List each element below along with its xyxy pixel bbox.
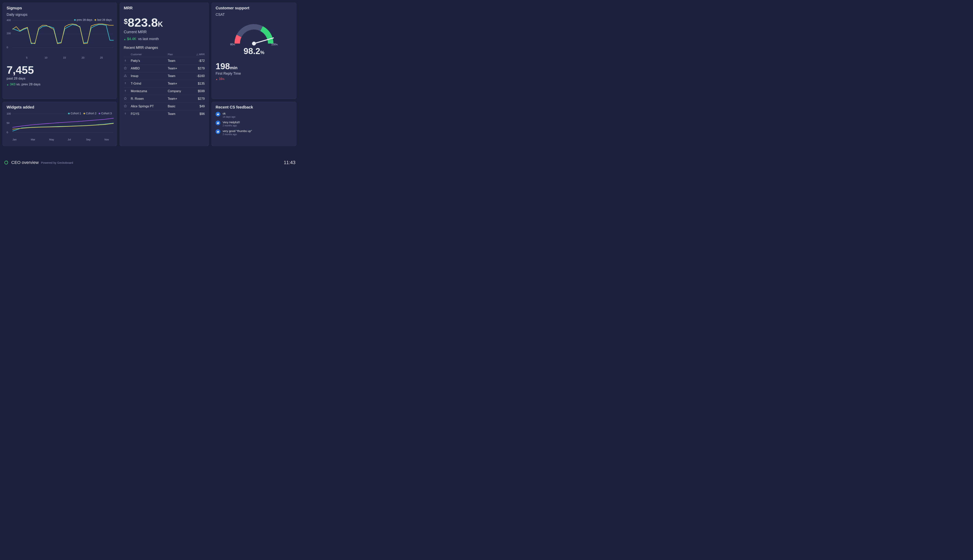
customer-cell: FGYS: [131, 112, 168, 116]
svg-point-1: [252, 42, 256, 45]
geckoboard-logo-icon: [3, 160, 9, 165]
customer-cell: AMBD: [131, 67, 168, 70]
widgets-title: Widgets added: [7, 105, 113, 110]
mrr-cell: $135: [189, 82, 205, 85]
dashboard-title: CEO overview: [11, 160, 39, 165]
csat-value: 98.2%: [216, 46, 292, 56]
mrr-card: MRR $823.8K Current MRR $4.4K vs last mo…: [119, 2, 209, 146]
star-icon: [124, 97, 131, 101]
customer-cell: Alice Springs PT: [131, 105, 168, 108]
signups-delta: 343 vs. prev 28 days: [7, 82, 113, 86]
customer-cell: Montezuma: [131, 90, 168, 93]
mrr-title: MRR: [124, 6, 205, 10]
clock: 11:43: [284, 160, 296, 165]
widgets-lines: [12, 113, 114, 133]
mrr-label: Current MRR: [124, 30, 205, 34]
y-tick-200: 200: [7, 32, 11, 35]
customer-cell: Insup: [131, 74, 168, 78]
mrr-changes-title: Recent MRR changes: [124, 46, 205, 50]
frt-label: First Reply Time: [216, 72, 292, 76]
cs-title: Customer support: [216, 6, 292, 10]
table-row: AMBDTeam+$279: [124, 65, 205, 72]
feedback-time: 2 months ago: [222, 124, 240, 127]
signups-chart: prev 28 days last 28 days 400 200 0 5 10…: [7, 18, 113, 59]
table-row: MontezumaCompany$599: [124, 87, 205, 95]
customer-cell: Patty's: [131, 59, 168, 63]
mrr-cell: -$160: [189, 74, 205, 78]
mrr-cell: $599: [189, 90, 205, 93]
mrr-cell: $279: [189, 97, 205, 100]
signups-total: 7,455: [7, 65, 113, 75]
customer-cell: R. Rosen: [131, 97, 168, 100]
powered-by: Powered by Geckoboard: [41, 161, 73, 164]
feedback-item: Very Helpful!!2 months ago: [216, 120, 292, 127]
feedback-card: Recent CS feedback ok14 days agoVery Hel…: [211, 102, 297, 146]
frt-value: 198min: [216, 62, 292, 71]
y-tick-400: 400: [7, 19, 11, 22]
thumbs-up-icon: [216, 120, 220, 125]
mrr-table: Customer Plan △ MRR Patty'sTeam-$72AMBDT…: [124, 52, 205, 118]
signups-title: Signups: [7, 6, 113, 10]
mrr-cell: $49: [189, 105, 205, 108]
csat-gauge: 80% 100%: [227, 18, 281, 47]
table-header: Customer Plan △ MRR: [124, 52, 205, 57]
mrr-cell: -$72: [189, 59, 205, 63]
feedback-text: ok: [222, 112, 235, 115]
plan-cell: Team: [168, 59, 189, 63]
frt-delta: 16%: [216, 77, 292, 81]
warn-icon: [124, 74, 131, 78]
table-row: FGYSTeam$96: [124, 110, 205, 118]
mrr-delta: $4.4K vs last month: [124, 37, 205, 41]
mrr-value: $823.8K: [124, 17, 205, 28]
plan-cell: Team+: [168, 67, 189, 70]
mrr-cell: $96: [189, 112, 205, 116]
down-icon: [124, 59, 131, 63]
plan-cell: Team: [168, 112, 189, 116]
star-icon: [124, 67, 131, 70]
star-icon: [124, 104, 131, 108]
thumbs-up-icon: [216, 112, 220, 117]
footer: CEO overview Powered by Geckoboard 11:43: [3, 160, 296, 165]
customer-support-card: Customer support CSAT 80% 100% 98.2% 198…: [211, 2, 297, 99]
widgets-card: Widgets added Cohort 1 Cohort 2 Cohort 3…: [2, 102, 117, 146]
feedback-item: very good "thumbs up"2 months ago: [216, 129, 292, 136]
up-icon: [124, 82, 131, 85]
table-row: T-GrindTeam+$135: [124, 80, 205, 87]
table-row: Patty'sTeam-$72: [124, 57, 205, 65]
signups-total-label: past 28 days: [7, 77, 113, 80]
csat-label: CSAT: [216, 13, 292, 17]
signups-card: Signups Daily signups prev 28 days last …: [2, 2, 117, 99]
thumbs-up-icon: [216, 129, 220, 134]
y-tick-0: 0: [7, 46, 8, 49]
plan-cell: Team: [168, 74, 189, 78]
feedback-item: ok14 days ago: [216, 112, 292, 118]
plan-cell: Team+: [168, 82, 189, 85]
feedback-text: Very Helpful!!: [222, 120, 240, 124]
feedback-time: 14 days ago: [222, 115, 235, 118]
plan-cell: Basic: [168, 105, 189, 108]
feedback-text: very good "thumbs up": [222, 129, 252, 133]
mrr-cell: $279: [189, 67, 205, 70]
plan-cell: Team+: [168, 97, 189, 100]
signups-chart-title: Daily signups: [7, 13, 113, 17]
widgets-chart: Cohort 1 Cohort 2 Cohort 3 100 50 0 JanM…: [7, 112, 113, 141]
up-icon: [124, 89, 131, 93]
signups-lines: [12, 20, 114, 48]
table-row: InsupTeam-$160: [124, 72, 205, 80]
feedback-time: 2 months ago: [222, 133, 252, 136]
table-row: R. RosenTeam+$279: [124, 95, 205, 102]
plan-cell: Company: [168, 90, 189, 93]
feedback-title: Recent CS feedback: [216, 105, 292, 110]
up-icon: [124, 112, 131, 116]
table-row: Alice Springs PTBasic$49: [124, 102, 205, 110]
customer-cell: T-Grind: [131, 82, 168, 85]
